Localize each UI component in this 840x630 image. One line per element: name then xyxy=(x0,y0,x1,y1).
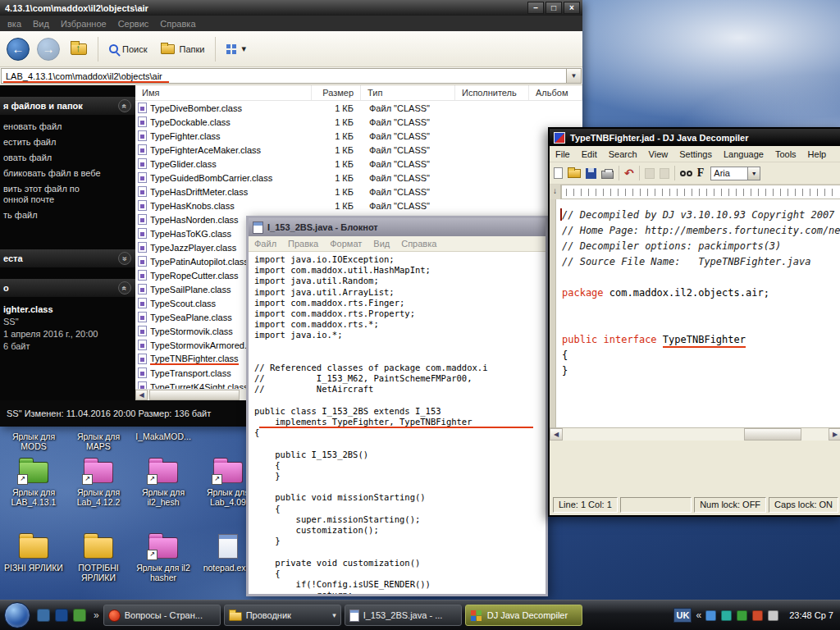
clock[interactable]: 23:48 Ср 7 xyxy=(786,610,833,620)
taskbar-task-button[interactable]: DJ Java Decompiler xyxy=(465,605,582,626)
new-file-icon[interactable] xyxy=(554,167,563,179)
scroll-right-button[interactable]: ▶ xyxy=(829,428,840,441)
find-binoculars-icon[interactable] xyxy=(680,171,692,176)
desktop-icon[interactable]: Ярлык для il2_hesh xyxy=(131,454,195,507)
sidebar-task-link[interactable]: ть файл xyxy=(3,210,132,220)
sidebar-task-link[interactable]: онной почте xyxy=(3,194,132,204)
file-row[interactable]: TypeDockable.class 1 КБ Файл "CLASS" xyxy=(135,115,582,129)
maximize-button[interactable]: □ xyxy=(546,2,562,14)
notepad-titlebar[interactable]: I_153_2BS.java - Блокнот xyxy=(249,218,546,236)
menu-item[interactable]: View xyxy=(643,149,674,159)
desktop-icon[interactable]: Ярлык для MAPS xyxy=(66,427,130,451)
close-button[interactable]: × xyxy=(564,2,580,14)
show-desktop-icon[interactable] xyxy=(37,609,50,622)
start-button[interactable] xyxy=(4,602,30,628)
volume-icon[interactable] xyxy=(768,610,778,621)
forward-button[interactable]: → xyxy=(37,38,60,61)
desktop-icon[interactable]: РІЗНІ ЯРЛИКИ xyxy=(2,529,66,582)
notepad-text-area[interactable]: import java.io.IOException;import com.ma… xyxy=(249,252,546,594)
paste-icon[interactable] xyxy=(660,168,669,179)
network-icon[interactable] xyxy=(721,610,732,621)
menu-item[interactable]: Формат xyxy=(324,239,368,249)
menu-item[interactable]: Вид xyxy=(27,19,55,29)
scrollbar-track[interactable] xyxy=(801,428,829,441)
quick-launch-chevron-icon[interactable]: » xyxy=(89,609,103,621)
views-button[interactable]: ▾ xyxy=(223,42,249,56)
menu-item[interactable]: File xyxy=(550,149,576,159)
browser-icon[interactable] xyxy=(55,609,68,622)
menu-item[interactable]: Tools xyxy=(769,149,802,159)
minimize-button[interactable]: – xyxy=(527,2,544,14)
column-header-artist[interactable]: Исполнитель xyxy=(455,85,529,100)
font-dropdown-icon[interactable]: ▼ xyxy=(748,167,760,180)
up-button[interactable]: ↑ xyxy=(67,42,90,57)
column-header-name[interactable]: Имя xyxy=(135,85,312,100)
menu-item[interactable]: Вид xyxy=(368,239,395,249)
desktop-icon[interactable]: Ярлык для il2 hasher xyxy=(131,529,195,582)
desktop-icon[interactable]: Ярлык для Lab_4.12.2 xyxy=(66,454,130,507)
tray-chevron-icon[interactable]: « xyxy=(696,609,701,621)
menu-item[interactable]: Edit xyxy=(576,149,603,159)
scroll-left-button[interactable]: ◀ xyxy=(550,428,563,441)
sidebar-task-link[interactable]: еновать файл xyxy=(3,121,132,131)
menu-item[interactable]: Справка xyxy=(395,239,442,249)
sidebar-task-link[interactable]: естить файл xyxy=(3,137,132,147)
sidebar-task-link[interactable]: вить этот файл по xyxy=(3,184,132,194)
language-indicator[interactable]: UK xyxy=(673,608,692,623)
menu-item[interactable]: Справка xyxy=(154,19,201,29)
menu-item[interactable]: Правка xyxy=(282,239,324,249)
tab-marker-icon[interactable]: ↓ xyxy=(550,185,561,199)
font-icon[interactable]: F xyxy=(697,167,705,180)
horizontal-scrollbar[interactable]: ◀ ▶ xyxy=(550,427,840,441)
menu-item[interactable]: Search xyxy=(603,149,643,159)
menu-item[interactable]: Language xyxy=(718,149,769,159)
collapse-chevron-button[interactable]: « xyxy=(118,281,131,294)
open-file-icon[interactable] xyxy=(568,169,581,178)
font-selector[interactable]: Aria ▼ xyxy=(710,167,760,180)
file-row[interactable]: TypeFighterAceMaker.class 1 КБ Файл "CLA… xyxy=(135,143,582,157)
explorer-titlebar[interactable]: 4.13.1\com\maddox\il2\objects\air – □ × xyxy=(0,0,582,16)
folders-button[interactable]: Папки xyxy=(158,43,208,56)
decompiler-editor[interactable]: // Decompiled by DJ v3.10.10.93 Copyrigh… xyxy=(550,199,840,427)
back-button[interactable]: ← xyxy=(7,38,30,61)
desktop-icon[interactable]: ПОТРІБНІ ЯРЛИКИ xyxy=(66,529,130,582)
file-row[interactable]: TypeHasDriftMeter.class 1 КБ Файл "CLASS… xyxy=(135,185,582,199)
column-header-size[interactable]: Размер xyxy=(312,85,361,100)
file-row[interactable]: TypeGlider.class 1 КБ Файл "CLASS" xyxy=(135,157,582,171)
collapse-chevron-button[interactable]: « xyxy=(118,99,131,112)
print-icon[interactable] xyxy=(601,171,614,179)
column-header-type[interactable]: Тип xyxy=(361,85,455,100)
update-icon[interactable] xyxy=(752,610,763,621)
sidebar-task-link[interactable]: овать файл xyxy=(3,153,132,162)
address-input[interactable]: LAB_4.13.1\com\maddox\il2\objects\air xyxy=(1,68,567,84)
taskbar-task-button[interactable]: Вопросы - Стран... xyxy=(103,605,221,626)
save-icon[interactable] xyxy=(586,168,596,179)
scrollbar-thumb[interactable] xyxy=(149,390,240,400)
desktop-icon[interactable]: Ярлык для MODS xyxy=(2,427,66,451)
file-row[interactable]: TypeGuidedBombCarrier.class 1 КБ Файл "C… xyxy=(135,171,582,185)
copy-icon[interactable] xyxy=(645,168,655,179)
menu-item[interactable]: Файл xyxy=(249,239,282,249)
sidebar-task-link[interactable]: бликовать файл в вебе xyxy=(3,168,132,178)
column-header-album[interactable]: Альбом xyxy=(529,85,582,100)
desktop-icon[interactable]: I_MakaMOD... xyxy=(131,427,195,451)
scroll-left-button[interactable]: ◀ xyxy=(135,390,148,400)
tab-ruler[interactable] xyxy=(561,185,840,199)
launcher-icon[interactable] xyxy=(73,609,86,622)
menu-item[interactable]: Settings xyxy=(673,149,718,159)
decompiler-titlebar[interactable]: TypeTNBFighter.jad - DJ Java Decompiler xyxy=(550,129,840,146)
antivirus-icon[interactable] xyxy=(737,610,747,621)
menu-item[interactable]: Избранное xyxy=(55,19,112,29)
taskbar-task-button[interactable]: I_153_2BS.java - ... xyxy=(345,605,462,626)
undo-icon[interactable]: ↶ xyxy=(624,167,634,179)
display-icon[interactable] xyxy=(705,610,716,621)
menu-item[interactable]: Help xyxy=(802,149,833,159)
file-row[interactable]: TypeHasKnobs.class 1 КБ Файл "CLASS" xyxy=(135,199,582,212)
menu-item[interactable]: вка xyxy=(2,19,27,29)
scrollbar-thumb[interactable] xyxy=(744,428,801,441)
taskbar-task-button[interactable]: Проводник ▾ xyxy=(224,605,341,626)
desktop-icon[interactable]: Ярлык для LAB_4.13.1 xyxy=(2,454,66,507)
file-row[interactable]: TypeDiveBomber.class 1 КБ Файл "CLASS" xyxy=(135,101,582,115)
search-button[interactable]: Поиск xyxy=(106,43,150,56)
address-dropdown-button[interactable]: ▼ xyxy=(567,68,582,84)
